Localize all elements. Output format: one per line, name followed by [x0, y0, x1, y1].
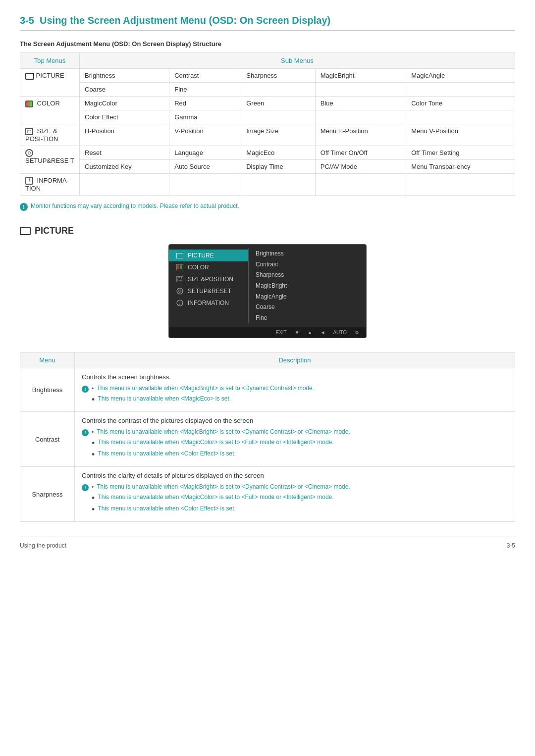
list-item: • This menu is unavailable when <MagicEc…: [82, 395, 508, 404]
desc-sharpness: Controls the clarity of details of pictu…: [75, 467, 515, 522]
setup-icon: [25, 149, 33, 157]
picture-section-icon: [20, 227, 31, 235]
note-line: ! Monitor functions may vary according t…: [20, 202, 515, 211]
svg-rect-3: [180, 265, 182, 269]
osd-item-size: SIZE&POSITION: [169, 273, 248, 285]
desc-contrast: Controls the contrast of the pictures di…: [75, 412, 515, 467]
svg-rect-0: [176, 253, 183, 258]
svg-point-6: [177, 288, 183, 294]
sharpness-notes: ! • This menu is unavailable when <Magic…: [82, 483, 508, 514]
menu-information: i INFORMA-TION: [20, 173, 80, 196]
footer-left: Using the product: [20, 542, 66, 549]
list-item: • This menu is unavailable when <MagicCo…: [82, 494, 508, 503]
note-icon: !: [20, 203, 28, 211]
table-row: Contrast Controls the contrast of the pi…: [20, 412, 515, 467]
osd-left-menu: PICTURE COLOR SIZE&POSITIO: [169, 245, 248, 327]
svg-rect-2: [177, 265, 179, 269]
table-row: Coarse Fine: [20, 83, 515, 97]
menu-sharpness: Sharpness: [20, 467, 75, 522]
svg-rect-4: [176, 276, 183, 282]
menu-setup-reset: SETUP&RESE T: [20, 146, 80, 173]
col-top-menus: Top Menus: [20, 53, 80, 69]
table-row: Brightness Controls the screen brightnes…: [20, 368, 515, 412]
table-row: Sharpness Controls the clarity of detail…: [20, 467, 515, 522]
osd-info-icon: i: [176, 299, 184, 307]
table-row: Color Effect Gamma: [20, 110, 515, 124]
osd-item-setup: SETUP&RESET: [169, 285, 248, 297]
list-item: • This menu is unavailable when <Color E…: [82, 505, 508, 514]
menu-picture: PICTURE: [20, 69, 80, 97]
picture-icon: [25, 73, 34, 80]
col-sub-menus: Sub Menus: [80, 53, 515, 69]
contrast-notes: ! • This menu is unavailable when <Magic…: [82, 428, 508, 459]
desc-col-menu: Menu: [20, 353, 75, 368]
osd-content: PICTURE COLOR SIZE&POSITIO: [169, 245, 366, 327]
osd-size-icon: [176, 275, 184, 283]
svg-text:i: i: [179, 302, 180, 306]
svg-point-7: [179, 290, 181, 293]
list-item: ! • This menu is unavailable when <Magic…: [82, 385, 508, 393]
osd-bottom-bar: EXIT ▼ ▲ ◄ AUTO ⚙: [169, 327, 366, 338]
osd-menu-list: PICTURE COLOR SIZE&POSITIO: [169, 245, 248, 311]
osd-submenu: Brightness Contrast Sharpness MagicBrigh…: [249, 245, 366, 327]
table-row: SIZE & POSI-TION H-Position V-Position I…: [20, 124, 515, 146]
footer-right: 3-5: [507, 542, 515, 549]
menu-contrast: Contrast: [20, 412, 75, 467]
brightness-notes: ! • This menu is unavailable when <Magic…: [82, 385, 508, 404]
menu-color: COLOR: [20, 97, 80, 124]
description-table: Menu Description Brightness Controls the…: [20, 352, 515, 522]
picture-section: PICTURE PICTURE: [20, 226, 515, 338]
osd-item-info: i INFORMATION: [169, 297, 248, 309]
menu-brightness: Brightness: [20, 368, 75, 412]
color-icon: [25, 101, 33, 107]
table-row: Customized Key Auto Source Display Time …: [20, 159, 515, 173]
table-row: PICTURE Brightness Contrast Sharpness Ma…: [20, 69, 515, 83]
desc-col-description: Description: [75, 353, 515, 368]
osd-item-color: COLOR: [169, 261, 248, 273]
osd-picture-icon: [176, 252, 184, 259]
info-icon: i: [25, 177, 33, 185]
section-title: 3-5 Using the Screen Adjustment Menu (OS…: [20, 15, 515, 31]
list-item: ! • This menu is unavailable when <Magic…: [82, 428, 508, 436]
table-row: SETUP&RESE T Reset Language MagicEco Off…: [20, 146, 515, 159]
osd-screenshot: PICTURE COLOR SIZE&POSITIO: [20, 244, 515, 338]
page-footer: Using the product 3-5: [20, 537, 515, 549]
size-icon: [25, 128, 33, 135]
note-text: Monitor functions may vary according to …: [31, 202, 239, 209]
table-row: COLOR MagicColor Red Green Blue Color To…: [20, 97, 515, 110]
table-row: i INFORMA-TION: [20, 173, 515, 196]
menu-structure-table: Top Menus Sub Menus PICTURE Brightness C…: [20, 52, 515, 196]
osd-item-picture: PICTURE: [169, 250, 248, 261]
note-bullet-icon: !: [82, 429, 89, 436]
picture-section-title: PICTURE: [20, 226, 515, 236]
desc-brightness: Controls the screen brightness. ! • This…: [75, 368, 515, 412]
list-item: ! • This menu is unavailable when <Magic…: [82, 483, 508, 491]
structure-label: The Screen Adjustment Menu (OSD: On Scre…: [20, 40, 515, 48]
osd-color-icon: [176, 263, 184, 271]
menu-size-position: SIZE & POSI-TION: [20, 124, 80, 146]
osd-setup-icon: [176, 287, 184, 295]
note-bullet-icon: !: [82, 484, 89, 491]
note-bullet-icon: !: [82, 386, 89, 393]
list-item: • This menu is unavailable when <MagicCo…: [82, 439, 508, 448]
svg-rect-5: [178, 278, 182, 281]
list-item: • This menu is unavailable when <Color E…: [82, 450, 508, 459]
osd-screen: PICTURE COLOR SIZE&POSITIO: [168, 244, 367, 338]
